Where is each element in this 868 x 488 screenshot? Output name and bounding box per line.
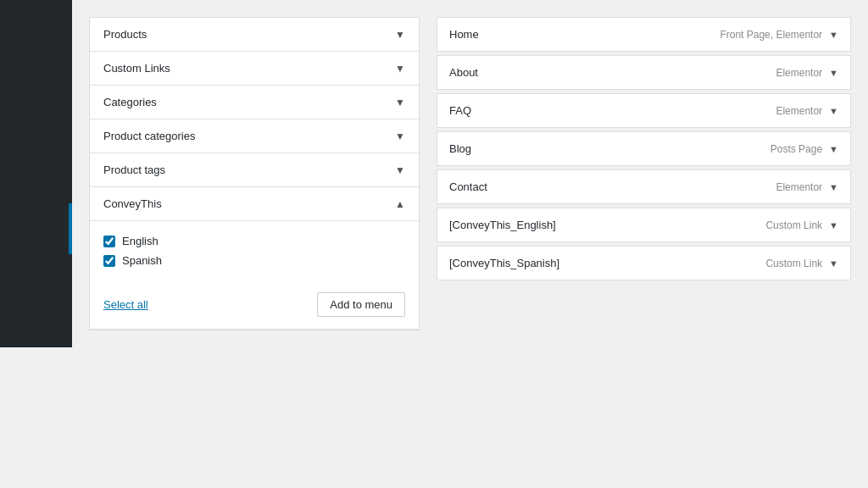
- accordion-categories-arrow: ▼: [395, 97, 405, 108]
- menu-item-faq-label: FAQ: [449, 104, 471, 117]
- accordion-custom-links: Custom Links ▼: [90, 52, 419, 86]
- accordion-product-tags-arrow: ▼: [395, 164, 405, 176]
- accordion-product-categories-header[interactable]: Product categories ▼: [90, 119, 419, 152]
- menu-item-faq[interactable]: FAQ Elementor ▼: [437, 93, 851, 128]
- sidebar-active-indicator: [69, 203, 72, 254]
- menu-item-faq-meta: Elementor ▼: [776, 105, 838, 117]
- accordion-custom-links-header[interactable]: Custom Links ▼: [90, 52, 419, 85]
- menu-item-about-meta-text: Elementor: [776, 67, 822, 79]
- menu-item-home-chevron-icon: ▼: [829, 30, 838, 40]
- checkbox-english-label: English: [122, 235, 159, 247]
- menu-item-conveythis-english-chevron-icon: ▼: [829, 220, 838, 230]
- accordion-products-arrow: ▼: [395, 29, 405, 41]
- accordion-categories-label: Categories: [103, 96, 157, 108]
- menu-item-about-meta: Elementor ▼: [776, 67, 838, 79]
- menu-item-about[interactable]: About Elementor ▼: [437, 55, 851, 90]
- accordion-conveythis: ConveyThis ▲ English Spanish Select all: [90, 187, 419, 330]
- menu-item-contact-meta-text: Elementor: [776, 181, 822, 193]
- menu-item-contact-chevron-icon: ▼: [829, 182, 838, 192]
- checkbox-spanish-item: Spanish: [103, 251, 405, 270]
- menu-item-conveythis-spanish-label: [ConveyThis_Spanish]: [449, 257, 559, 269]
- menu-item-about-chevron-icon: ▼: [829, 68, 838, 78]
- menu-item-conveythis-english[interactable]: [ConveyThis_English] Custom Link ▼: [437, 208, 851, 242]
- accordion-product-tags-label: Product tags: [103, 164, 165, 176]
- menu-item-about-label: About: [449, 66, 478, 79]
- accordion-categories: Categories ▼: [90, 86, 419, 119]
- accordion-products-header[interactable]: Products ▼: [90, 18, 419, 51]
- menu-item-conveythis-spanish-meta-text: Custom Link: [765, 258, 822, 269]
- add-to-menu-button[interactable]: Add to menu: [317, 292, 405, 317]
- menu-item-blog-meta-text: Posts Page: [771, 143, 822, 155]
- menu-item-conveythis-spanish-meta: Custom Link ▼: [765, 258, 838, 269]
- accordion-products: Products ▼: [90, 18, 419, 52]
- menu-item-conveythis-english-meta-text: Custom Link: [765, 219, 822, 231]
- menu-item-blog-chevron-icon: ▼: [829, 144, 838, 154]
- menu-item-conveythis-english-meta: Custom Link ▼: [765, 219, 838, 231]
- menu-item-blog[interactable]: Blog Posts Page ▼: [437, 131, 851, 166]
- accordion-product-tags: Product tags ▼: [90, 153, 419, 187]
- menu-item-home-meta-text: Front Page, Elementor: [720, 29, 822, 41]
- menu-item-conveythis-spanish[interactable]: [ConveyThis_Spanish] Custom Link ▼: [437, 246, 851, 280]
- menu-item-contact-meta: Elementor ▼: [776, 181, 838, 193]
- accordion-conveythis-arrow: ▲: [395, 198, 405, 210]
- menu-item-faq-chevron-icon: ▼: [829, 106, 838, 116]
- checkbox-english-item: English: [103, 231, 405, 251]
- menu-item-home-label: Home: [449, 28, 479, 41]
- accordion-categories-header[interactable]: Categories ▼: [90, 86, 419, 119]
- select-all-button[interactable]: Select all: [103, 298, 148, 311]
- accordion-products-label: Products: [103, 28, 147, 41]
- checkbox-english[interactable]: [103, 236, 115, 247]
- menu-items-panel: Home Front Page, Elementor ▼ About Eleme…: [437, 17, 851, 330]
- accordion-conveythis-header[interactable]: ConveyThis ▲: [90, 187, 419, 221]
- menu-item-blog-meta: Posts Page ▼: [771, 143, 838, 155]
- accordion-conveythis-content: English Spanish: [90, 221, 419, 284]
- menu-item-contact-label: Contact: [449, 180, 487, 193]
- sidebar: [0, 0, 72, 347]
- accordion-product-categories: Product categories ▼: [90, 119, 419, 153]
- accordion-product-categories-arrow: ▼: [395, 130, 405, 142]
- checkbox-spanish-label: Spanish: [122, 254, 162, 267]
- menu-item-faq-meta-text: Elementor: [776, 105, 822, 117]
- accordion-conveythis-footer: Select all Add to menu: [90, 284, 419, 329]
- menu-item-home-meta: Front Page, Elementor ▼: [720, 29, 838, 41]
- accordion-conveythis-label: ConveyThis: [103, 197, 162, 210]
- accordion-product-tags-header[interactable]: Product tags ▼: [90, 153, 419, 186]
- accordion-panel: Products ▼ Custom Links ▼ Categories ▼: [89, 17, 420, 330]
- menu-item-home[interactable]: Home Front Page, Elementor ▼: [437, 17, 851, 52]
- menu-item-conveythis-english-label: [ConveyThis_English]: [449, 219, 556, 231]
- accordion-custom-links-label: Custom Links: [103, 62, 170, 75]
- menu-item-blog-label: Blog: [449, 142, 471, 155]
- menu-item-contact[interactable]: Contact Elementor ▼: [437, 169, 851, 204]
- menu-item-conveythis-spanish-chevron-icon: ▼: [829, 258, 838, 269]
- checkbox-spanish[interactable]: [103, 255, 115, 267]
- accordion-product-categories-label: Product categories: [103, 130, 195, 142]
- accordion-custom-links-arrow: ▼: [395, 63, 405, 75]
